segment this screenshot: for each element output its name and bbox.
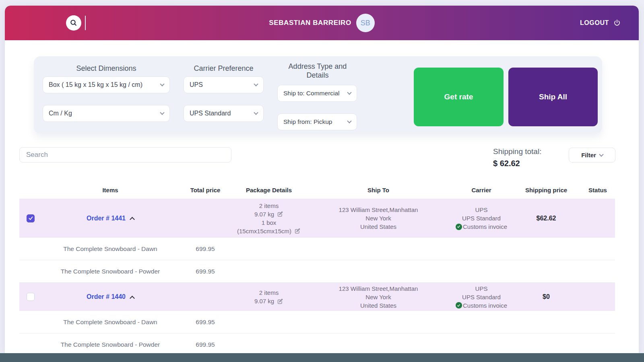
user-block: SEBASTIAN BARREIRO SB <box>5 6 639 40</box>
package-details-cell: 2 items 9.07 kg 1 box (15cmx15cmx15cm) <box>232 202 306 235</box>
search-button[interactable] <box>66 15 81 31</box>
ship-from-select[interactable]: Ship from: Pickup <box>277 113 357 130</box>
carrier-name: UPS <box>451 284 512 293</box>
customs-check-icon <box>456 302 462 309</box>
get-rate-button[interactable]: Get rate <box>414 68 504 126</box>
package-details-cell: 2 items 9.07 kg <box>232 288 306 305</box>
package-box-dimensions: (15cmx15cmx15cm) <box>237 227 291 235</box>
power-icon <box>613 19 621 27</box>
package-weight: 9.07 kg <box>254 297 274 305</box>
shipping-controls-panel: Select Dimensions Box ( 15 kg x 15 kg x … <box>34 56 602 134</box>
order-number-link[interactable]: Order # 1441 <box>87 215 126 222</box>
carrier-service-value: UPS Standard <box>190 110 231 117</box>
header-shipping-price: Shipping price <box>512 187 580 193</box>
address-street: 123 William Street,Manhattan <box>306 284 451 293</box>
item-row: The Complete Snowboard - Dawn 699.95 <box>19 238 615 260</box>
table-header-row: Items Total price Package Details Ship T… <box>19 181 615 199</box>
carrier-preference-label: Carrier Preference <box>184 64 264 73</box>
item-name: The Complete Snowboard - Powder <box>42 268 179 275</box>
unit-value: Cm / Kg <box>49 110 72 117</box>
chevron-down-icon <box>254 82 258 86</box>
item-name: The Complete Snowboard - Dawn <box>42 245 179 253</box>
edit-box-icon[interactable] <box>294 228 301 234</box>
header-items: Items <box>42 187 179 193</box>
chevron-down-icon <box>347 90 351 95</box>
logout-button[interactable]: LOGOUT <box>580 6 621 40</box>
bottom-bar <box>0 353 644 362</box>
unit-select[interactable]: Cm / Kg <box>43 105 170 122</box>
address-type-label: Address Type and Details <box>277 62 358 80</box>
ship-to-select[interactable]: Ship to: Commercial <box>277 85 357 102</box>
package-box-count: 1 box <box>232 218 306 227</box>
ship-all-button[interactable]: Ship All <box>508 68 598 126</box>
item-row: The Complete Snowboard - Powder 699.95 <box>19 260 615 283</box>
chevron-down-icon <box>160 110 164 115</box>
collapse-order-icon[interactable] <box>130 296 135 301</box>
carrier-service-select[interactable]: UPS Standard <box>184 105 264 122</box>
box-dimensions-value: Box ( 15 kg x 15 kg x 15 kg / cm) <box>49 81 142 88</box>
order-checkbox[interactable] <box>27 293 35 301</box>
carrier-select[interactable]: UPS <box>184 76 264 93</box>
shipping-total: Shipping total: $ 62.62 <box>493 147 541 168</box>
header-total-price: Total price <box>179 187 232 193</box>
item-price: 699.95 <box>179 341 232 348</box>
ship-to-cell: 123 William Street,Manhattan New York Un… <box>306 206 451 231</box>
package-items-count: 2 items <box>232 288 306 297</box>
select-dimensions-label: Select Dimensions <box>43 64 170 73</box>
filter-label: Filter <box>581 152 596 158</box>
collapse-order-icon[interactable] <box>130 217 135 222</box>
avatar[interactable]: SB <box>356 14 375 32</box>
search-icon <box>70 19 78 27</box>
package-weight: 9.07 kg <box>254 210 274 218</box>
shipping-price-value: $0 <box>512 293 580 300</box>
box-dimensions-select[interactable]: Box ( 15 kg x 15 kg x 15 kg / cm) <box>43 76 170 93</box>
chevron-down-icon <box>160 82 164 86</box>
shipping-total-label: Shipping total: <box>493 147 541 156</box>
search-input[interactable] <box>19 147 231 162</box>
shipping-total-value: $ 62.62 <box>493 159 541 168</box>
customs-invoice-label: Customs invoice <box>463 301 507 310</box>
carrier-cell: UPS UPS Standard Customs invoice <box>451 206 512 231</box>
address-city: New York <box>306 214 451 222</box>
customs-check-icon <box>456 224 462 230</box>
order-row-1440: Order # 1440 2 items 9.07 kg 123 W <box>19 283 615 311</box>
chevron-down-icon <box>254 110 258 115</box>
order-checkbox[interactable] <box>27 214 35 222</box>
item-row: The Complete Snowboard - Dawn 699.95 <box>19 311 615 333</box>
item-name: The Complete Snowboard - Powder <box>42 341 179 348</box>
address-city: New York <box>306 293 451 301</box>
ship-to-cell: 123 William Street,Manhattan New York Un… <box>306 284 451 310</box>
item-row: The Complete Snowboard - Powder 699.95 <box>19 333 615 353</box>
header-ship-to: Ship To <box>306 187 451 193</box>
carrier-cell: UPS UPS Standard Customs invoice <box>451 284 512 310</box>
carrier-value: UPS <box>190 81 203 88</box>
top-navbar: SEBASTIAN BARREIRO SB LOGOUT <box>5 6 639 40</box>
carrier-name: UPS <box>451 206 512 214</box>
header-text-cursor <box>85 16 86 30</box>
item-price: 699.95 <box>179 319 232 326</box>
orders-table: Items Total price Package Details Ship T… <box>19 181 615 353</box>
edit-weight-icon[interactable] <box>277 211 283 217</box>
ship-from-value: Ship from: Pickup <box>283 118 332 125</box>
item-price: 699.95 <box>179 245 232 253</box>
order-number-link[interactable]: Order # 1440 <box>87 293 126 300</box>
app-window: SEBASTIAN BARREIRO SB LOGOUT Select Dime… <box>5 6 639 353</box>
carrier-service: UPS Standard <box>451 214 512 222</box>
address-street: 123 William Street,Manhattan <box>306 206 451 214</box>
filter-button[interactable]: Filter <box>569 148 615 162</box>
user-name: SEBASTIAN BARREIRO <box>269 19 351 27</box>
header-package-details: Package Details <box>232 187 306 193</box>
customs-invoice-label: Customs invoice <box>463 222 507 231</box>
address-country: United States <box>306 301 451 310</box>
ship-to-value: Ship to: Commercial <box>283 90 340 97</box>
header-carrier: Carrier <box>451 187 512 193</box>
chevron-down-icon <box>599 152 603 156</box>
address-country: United States <box>306 222 451 231</box>
package-items-count: 2 items <box>232 202 306 210</box>
logout-label: LOGOUT <box>580 19 609 27</box>
edit-weight-icon[interactable] <box>277 298 283 304</box>
header-status: Status <box>580 187 615 193</box>
carrier-service: UPS Standard <box>451 293 512 301</box>
shipping-price-value: $62.62 <box>512 215 580 222</box>
chevron-down-icon <box>347 119 351 123</box>
